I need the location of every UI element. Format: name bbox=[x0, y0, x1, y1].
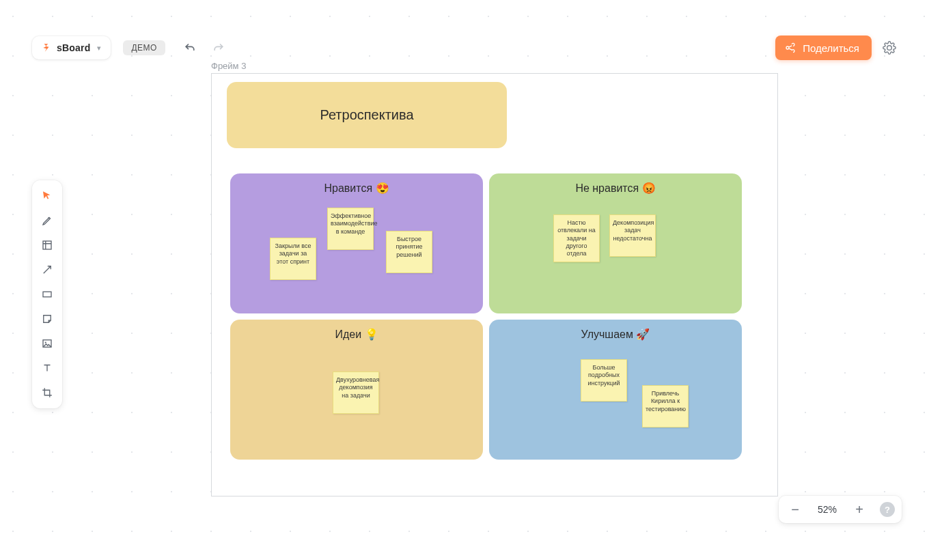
quadrant-like[interactable]: Нравится 😍 Закрыли все задачи за этот сп… bbox=[230, 173, 483, 313]
zoom-bar: − 52% + ? bbox=[779, 496, 902, 523]
top-bar: sBoard ▾ ДЕМО bbox=[32, 36, 228, 59]
logo-icon bbox=[42, 43, 51, 53]
help-button[interactable]: ? bbox=[880, 502, 895, 517]
tool-crop[interactable] bbox=[36, 382, 58, 403]
top-right-group: Поделиться bbox=[775, 36, 902, 60]
tool-image[interactable] bbox=[36, 333, 58, 354]
tool-select[interactable] bbox=[36, 186, 58, 206]
quadrant-improve[interactable]: Улучшаем 🚀 Больше подробных инструкций П… bbox=[489, 320, 742, 460]
tool-strip bbox=[32, 180, 62, 408]
redo-button[interactable] bbox=[209, 38, 228, 57]
zoom-out-button[interactable]: − bbox=[788, 503, 802, 516]
quadrant-like-title: Нравится 😍 bbox=[230, 173, 483, 195]
tool-text[interactable] bbox=[36, 358, 58, 378]
undo-button[interactable] bbox=[180, 38, 199, 57]
quadrant-dislike-title: Не нравится 😡 bbox=[489, 173, 742, 195]
sticky-note[interactable]: Быстрое принятие решений bbox=[386, 231, 432, 273]
tool-pencil[interactable] bbox=[36, 210, 58, 231]
app-name: sBoard bbox=[57, 42, 90, 53]
tool-sticky[interactable] bbox=[36, 309, 58, 329]
sticky-note[interactable]: Декомпозиция задач недостаточна bbox=[609, 214, 656, 257]
undo-redo-group bbox=[180, 38, 228, 57]
share-label: Поделиться bbox=[803, 42, 859, 54]
tool-frame[interactable] bbox=[36, 235, 58, 255]
frame[interactable]: Ретроспектива Нравится 😍 Закрыли все зад… bbox=[211, 73, 778, 496]
tool-rectangle[interactable] bbox=[36, 284, 58, 305]
sticky-note[interactable]: Больше подробных инструкций bbox=[581, 359, 627, 402]
sticky-note[interactable]: Двухуровневая декомпозия на задачи bbox=[333, 372, 379, 414]
svg-rect-0 bbox=[43, 241, 51, 249]
title-text: Ретроспектива bbox=[320, 107, 413, 123]
sticky-note[interactable]: Закрыли все задачи за этот спринт bbox=[270, 238, 316, 280]
app-chip[interactable]: sBoard ▾ bbox=[32, 36, 111, 59]
quadrant-ideas-title: Идеи 💡 bbox=[230, 320, 483, 341]
zoom-value: 52% bbox=[814, 504, 840, 515]
share-icon bbox=[785, 42, 796, 53]
frame-label[interactable]: Фрейм 3 bbox=[211, 61, 246, 71]
svg-point-3 bbox=[45, 341, 46, 343]
quadrant-improve-title: Улучшаем 🚀 bbox=[489, 320, 742, 341]
settings-button[interactable] bbox=[877, 36, 902, 60]
svg-rect-1 bbox=[43, 292, 51, 297]
title-card[interactable]: Ретроспектива bbox=[227, 82, 507, 148]
quadrant-dislike[interactable]: Не нравится 😡 Настю отвлекали на задачи … bbox=[489, 173, 742, 313]
tool-arrow[interactable] bbox=[36, 260, 58, 280]
demo-badge: ДЕМО bbox=[123, 40, 165, 55]
chevron-down-icon: ▾ bbox=[97, 44, 101, 53]
sticky-note[interactable]: Настю отвлекали на задачи другого отдела bbox=[553, 214, 600, 262]
sticky-note[interactable]: Привлечь Кирилла к тестированию bbox=[642, 385, 689, 428]
quadrant-ideas[interactable]: Идеи 💡 Двухуровневая декомпозия на задач… bbox=[230, 320, 483, 460]
zoom-in-button[interactable]: + bbox=[852, 503, 866, 516]
share-button[interactable]: Поделиться bbox=[775, 36, 872, 60]
sticky-note[interactable]: Эффективное взаимодействие в команде bbox=[327, 208, 374, 250]
